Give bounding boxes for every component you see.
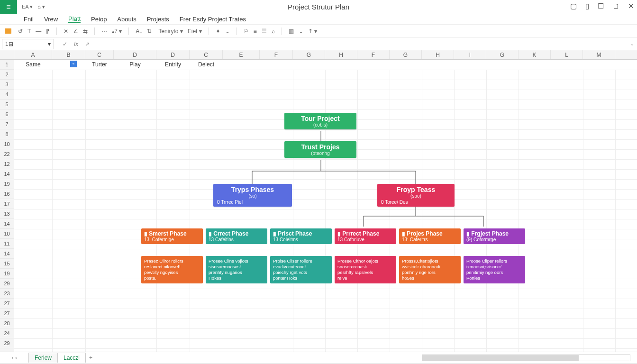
row-header[interactable]: 10 — [0, 139, 14, 149]
phase-desc[interactable]: Prosee Clins vojlotssisnsaemnosos!prenht… — [206, 256, 267, 283]
phase-node[interactable]: ▮ Smerst Phase13, Cofermige — [141, 228, 203, 244]
row-header[interactable]: 22 — [0, 149, 14, 159]
menu-item[interactable]: Peiop — [91, 16, 107, 23]
row-header[interactable]: 14 — [0, 169, 14, 179]
cell[interactable]: Play — [114, 60, 156, 70]
win-btn[interactable]: 🗋 — [612, 2, 619, 10]
column-header[interactable]: E — [223, 50, 260, 59]
column-header[interactable]: C — [190, 50, 223, 59]
spreadsheet-grid[interactable]: 1234567810221214191617131410111415192923… — [0, 60, 637, 352]
column-header[interactable]: A — [14, 50, 52, 59]
name-box[interactable]: 1⊟▾ — [2, 39, 54, 49]
cell[interactable]: Turter — [85, 60, 114, 70]
select-all-corner[interactable] — [0, 50, 14, 59]
row-header[interactable]: 27 — [0, 309, 14, 318]
phase-desc[interactable]: Prosss,Citer:ojlotswvisicolr ohoronodipo… — [399, 256, 461, 283]
menu-item[interactable]: Fnil — [24, 16, 34, 23]
tool-icon[interactable]: ₄7 ▾ — [112, 28, 122, 35]
italic-icon[interactable]: ∠ — [73, 28, 78, 35]
phase-desc[interactable]: Prosee Cithor oajotssnoseroronaskpesrhft… — [335, 256, 396, 283]
column-header[interactable]: D — [114, 50, 156, 59]
add-sheet-button[interactable]: + — [85, 353, 96, 363]
column-header[interactable]: H — [422, 50, 454, 59]
cell[interactable]: Same — [14, 60, 52, 70]
menu-item[interactable]: Frer Esdy Project Trates — [180, 16, 246, 23]
sheet-tab[interactable]: Ferlew — [28, 353, 58, 363]
row-header[interactable]: 29 — [0, 279, 14, 289]
tab-nav[interactable]: ‹ › — [0, 355, 28, 361]
cut-icon[interactable]: ✕ — [64, 28, 68, 35]
row-header[interactable]: 24 — [0, 328, 14, 338]
align-icon[interactable]: ☰ — [262, 28, 267, 35]
org-node-root[interactable]: Tour Project (cobls) — [284, 113, 356, 129]
column-header[interactable]: C — [85, 50, 114, 59]
row-header[interactable]: 5 — [0, 100, 14, 109]
column-header[interactable]: D — [156, 50, 190, 59]
fx-expand-icon[interactable]: ↗ — [85, 41, 90, 47]
tool-icon[interactable]: ⚐ — [244, 28, 249, 35]
qa-item[interactable]: EA ▾ — [22, 4, 33, 10]
row-header[interactable]: 11 — [0, 239, 14, 249]
win-btn[interactable]: ▯ — [585, 2, 589, 10]
row-header[interactable]: 7 — [0, 119, 14, 129]
row-header[interactable]: 10 — [0, 229, 14, 239]
menu-item[interactable]: Projests — [147, 16, 169, 23]
row-header[interactable]: 6 — [0, 109, 14, 119]
phase-node[interactable]: ▮ Prrrect Phase13 Coforiuve — [335, 228, 396, 244]
column-header[interactable]: F — [357, 50, 390, 59]
sort-desc-icon[interactable]: ⇅ — [147, 28, 152, 35]
sort-asc-icon[interactable]: A↓ — [136, 28, 142, 35]
row-header[interactable]: 16 — [0, 189, 14, 199]
upload-icon[interactable]: ⤒ ▾ — [308, 28, 317, 35]
phase-node[interactable]: ▮ Prisct Phase13 Coleitms — [270, 228, 332, 244]
row-header[interactable]: 17 — [0, 199, 14, 209]
row-header[interactable]: 19 — [0, 269, 14, 279]
phase-node[interactable]: ▮ Projes Phase13: Caferitrs — [399, 228, 461, 244]
column-header[interactable]: G — [390, 50, 422, 59]
column-header[interactable]: G — [293, 50, 325, 59]
row-header[interactable]: 23 — [0, 289, 14, 299]
row-header[interactable]: 13 — [0, 209, 14, 219]
column-header[interactable]: M — [583, 50, 615, 59]
close-icon[interactable]: ✕ — [628, 2, 634, 10]
fx-icon[interactable]: fx — [74, 41, 78, 47]
tool-icon[interactable]: ⁋ — [46, 28, 50, 35]
fx-cancel-icon[interactable]: ✓ — [63, 41, 67, 47]
cell[interactable]: Entrity — [156, 60, 190, 70]
win-btn[interactable]: ☐ — [598, 2, 604, 10]
search-icon[interactable]: ⌕ — [272, 28, 275, 35]
horizontal-scrollbar[interactable] — [422, 355, 630, 361]
phase-desc[interactable]: Prasez Cliror rolicrsreslonect nilorwef!… — [141, 256, 203, 283]
row-header[interactable]: 1 — [0, 60, 14, 70]
undo-icon[interactable]: ↺ — [18, 28, 23, 35]
folder-icon[interactable] — [5, 28, 11, 34]
phase-node[interactable]: ▮ Crrect Phase13 Cafeitins — [206, 228, 267, 244]
menu-item[interactable]: Platt — [68, 15, 81, 23]
row-header[interactable]: 27 — [0, 299, 14, 309]
menu-item[interactable]: Abouts — [117, 16, 136, 23]
chevron-down-icon[interactable]: ⌄ — [299, 28, 303, 35]
org-node-branch[interactable]: Tryps Phases (so) 0 Trrrec Piel — [213, 184, 292, 207]
redo-icon[interactable]: — — [36, 28, 41, 35]
row-header[interactable]: 19 — [0, 179, 14, 189]
chart-icon[interactable]: ▥ — [289, 28, 294, 35]
sheet-tab[interactable]: Lacczl — [57, 353, 86, 363]
tool-icon[interactable]: ⋯ — [101, 28, 107, 35]
row-header[interactable]: 15 — [0, 259, 14, 269]
column-header[interactable]: I — [454, 50, 486, 59]
row-header[interactable]: 28 — [0, 318, 14, 328]
menu-item[interactable]: Vrew — [44, 16, 58, 23]
tool-icon[interactable]: ✦ — [216, 28, 220, 35]
row-header[interactable]: 12 — [0, 159, 14, 169]
org-node-branch[interactable]: Froyp Teass (sao) 0 Toree/ Des — [377, 184, 455, 207]
row-header[interactable]: 2 — [0, 70, 14, 80]
row-header[interactable]: 8 — [0, 129, 14, 139]
phase-node[interactable]: ▮ Frgjest Phase(9) Coformrge — [464, 228, 525, 244]
row-header[interactable]: 14 — [0, 249, 14, 259]
phase-desc[interactable]: Proise Cliser rolloreevadivocuteond!poie… — [270, 256, 332, 283]
app-menu-button[interactable]: ≡ — [0, 0, 17, 14]
column-header[interactable]: G — [486, 50, 519, 59]
column-header[interactable]: K — [519, 50, 551, 59]
phase-desc[interactable]: Proose Cliper rellorsixmoosni;srisnrxc'p… — [464, 256, 525, 283]
tool-icon[interactable]: ⇆ — [83, 28, 88, 35]
